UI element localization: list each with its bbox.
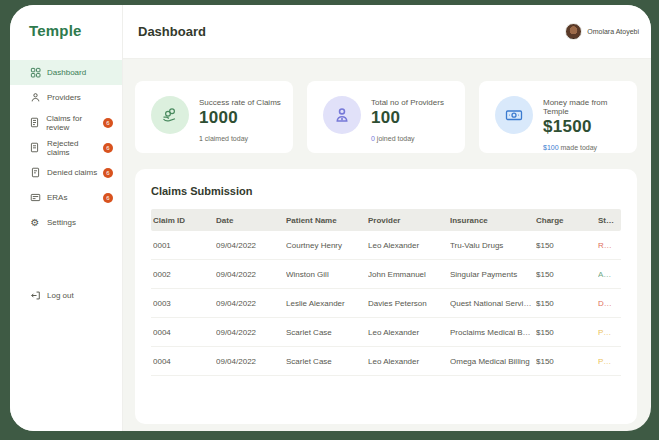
sidebar-item-denied-claims[interactable]: Denied claims 6 [10,160,122,185]
dashboard-grid-icon [29,67,41,79]
table-row[interactable]: 000309/04/2022Leslie AlexanderDavies Pet… [151,289,621,318]
claims-for-review-badge: 6 [103,118,113,128]
provider-cell: Leo Alexander [368,241,450,250]
column-header-provider: Provider [368,216,450,225]
document-denied-icon [29,167,41,179]
column-header-claim-id: Claim ID [153,216,216,225]
table-body: 000109/04/2022Courtney HenryLeo Alexande… [151,231,621,376]
table-header-row: Claim ID Date Patient Name Provider Insu… [151,209,621,231]
date-cell: 09/04/2022 [216,270,286,279]
date-cell: 09/04/2022 [216,357,286,366]
card-icon [29,192,41,204]
sidebar-item-dashboard[interactable]: Dashboard [10,60,122,85]
date-cell: 09/04/2022 [216,299,286,308]
sidebar-item-label: ERAs [47,193,67,202]
dashboard-content: Success rate of Claims 1000 1 claimed to… [123,59,651,424]
document-edit-icon [29,117,40,129]
insurance-cell: Omega Medical Billing [450,357,536,366]
sidebar-item-eras[interactable]: ERAs 6 [10,185,122,210]
sidebar-item-label: Providers [47,93,81,102]
table-row[interactable]: 000409/04/2022Scarlet CaseLeo AlexanderP… [151,318,621,347]
eras-badge: 6 [103,193,113,203]
banknote-icon [495,96,533,134]
logout-icon [29,290,41,302]
charge-cell: $150 [536,328,598,337]
provider-cell: Leo Alexander [368,328,450,337]
claim-id-cell: 0003 [153,299,216,308]
provider-cell: John Emmanuel [368,270,450,279]
sidebar-item-label: Dashboard [47,68,86,77]
column-header-patient: Patient Name [286,216,368,225]
insurance-cell: Singular Payments [450,270,536,279]
date-cell: 09/04/2022 [216,328,286,337]
stat-subtext: 1 claimed today [199,135,281,142]
stat-subtext: $100 made today [543,144,625,151]
app-logo: Temple [10,5,122,39]
stat-label: Total no of Providers [371,98,444,107]
stat-subtext: 0 joined today [371,135,444,142]
provider-cell: Davies Peterson [368,299,450,308]
sidebar-nav: Dashboard Providers Claims for review 6 [10,60,122,308]
status-cell: Denied [598,299,619,308]
sidebar-item-label: Rejected claims [47,139,103,157]
document-x-icon [29,142,41,154]
insurance-cell: Proclaims Medical Billing [450,328,536,337]
logout-label: Log out [47,291,74,300]
provider-cell: Leo Alexander [368,357,450,366]
claim-id-cell: 0004 [153,357,216,366]
user-menu[interactable]: Omolara Atoyebi [565,23,639,40]
table-row[interactable]: 000409/04/2022Scarlet CaseLeo AlexanderO… [151,347,621,376]
charge-cell: $150 [536,241,598,250]
rejected-claims-badge: 6 [103,143,113,153]
column-header-date: Date [216,216,286,225]
logout-button[interactable]: Log out [10,283,122,308]
app-window: Temple Dashboard Providers Claims for re… [10,5,651,431]
sidebar-item-providers[interactable]: Providers [10,85,122,110]
user-name: Omolara Atoyebi [587,28,639,35]
sidebar-item-label: Claims for review [46,114,103,132]
column-header-status: Status [598,216,619,225]
main-area: Dashboard Omolara Atoyebi Success rate o… [123,5,651,431]
stat-value: 1000 [199,108,281,128]
sidebar-item-label: Denied claims [47,168,97,177]
sidebar-item-claims-for-review[interactable]: Claims for review 6 [10,110,122,135]
claims-panel-title: Claims Submission [151,185,621,197]
column-header-insurance: Insurance [450,216,536,225]
sidebar-item-rejected-claims[interactable]: Rejected claims 6 [10,135,122,160]
sidebar-item-label: Settings [47,218,76,227]
insurance-cell: Tru-Valu Drugs [450,241,536,250]
charge-cell: $150 [536,299,598,308]
stat-card-money: Money made from Temple $1500 $100 made t… [479,81,637,153]
sidebar-item-settings[interactable]: ⚙ Settings [10,210,122,235]
stats-row: Success rate of Claims 1000 1 claimed to… [135,81,637,153]
patient-cell: Scarlet Case [286,328,368,337]
date-cell: 09/04/2022 [216,241,286,250]
stat-label: Money made from Temple [543,98,625,116]
claim-id-cell: 0004 [153,328,216,337]
patient-cell: Leslie Alexander [286,299,368,308]
table-row[interactable]: 000209/04/2022Winston GillJohn EmmanuelS… [151,260,621,289]
provider-icon [323,96,361,134]
column-header-charge: Charge [536,216,598,225]
insurance-cell: Quest National Services [450,299,536,308]
denied-claims-badge: 6 [103,168,113,178]
stat-value: 100 [371,108,444,128]
status-cell: Approved [598,270,619,279]
sidebar: Temple Dashboard Providers Claims for re… [10,5,123,431]
stat-label: Success rate of Claims [199,98,281,107]
patient-cell: Courtney Henry [286,241,368,250]
claim-id-cell: 0001 [153,241,216,250]
charge-cell: $150 [536,270,598,279]
status-cell: Rejected [598,241,619,250]
stat-card-providers: Total no of Providers 100 0 joined today [307,81,465,153]
charge-cell: $150 [536,357,598,366]
claims-submission-panel: Claims Submission Claim ID Date Patient … [135,169,637,424]
status-cell: Pending [598,357,619,366]
person-icon [29,92,41,104]
gear-icon: ⚙ [29,217,41,229]
table-row[interactable]: 000109/04/2022Courtney HenryLeo Alexande… [151,231,621,260]
stat-card-claims: Success rate of Claims 1000 1 claimed to… [135,81,293,153]
status-cell: Pending [598,328,619,337]
page-title: Dashboard [138,24,206,39]
hand-coins-icon [151,96,189,134]
